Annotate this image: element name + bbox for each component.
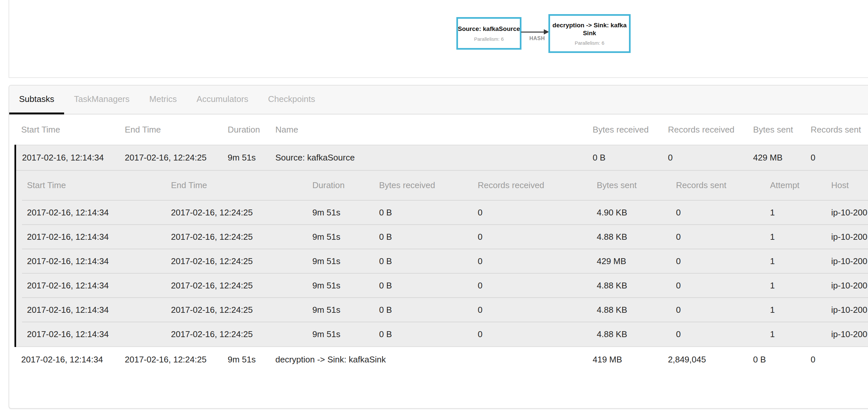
col-header-host: Host xyxy=(826,171,868,200)
cell-end-time: 2017-02-16, 12:24:25 xyxy=(166,322,307,346)
cell-records-received: 0 xyxy=(473,298,592,322)
cell-end-time: 2017-02-16, 12:24:25 xyxy=(119,347,222,372)
job-graph-panel: Source: kafkaSource Parallelism: 6 HASH … xyxy=(8,0,868,78)
cell-records-sent: 0 xyxy=(671,322,765,346)
cell-host: ip-10-200 xyxy=(826,249,868,273)
cell-end-time: 2017-02-16, 12:24:25 xyxy=(166,273,307,298)
cell-bytes-sent: 0 B xyxy=(747,347,805,372)
cell-start-time: 2017-02-16, 12:14:34 xyxy=(22,273,166,298)
cell-bytes-sent: 429 MB xyxy=(747,145,805,170)
cell-start-time: 2017-02-16, 12:14:34 xyxy=(22,298,166,322)
col-header-start-time: Start Time xyxy=(22,171,166,200)
cell-attempt: 1 xyxy=(765,273,826,298)
cell-host: ip-10-200 xyxy=(826,322,868,346)
cell-bytes-sent: 4.90 KB xyxy=(592,200,671,225)
graph-node-source-parallelism: Parallelism: 6 xyxy=(474,36,504,42)
col-header-bytes-sent: Bytes sent xyxy=(747,115,805,145)
graph-node-sink-title: decryption -> Sink: kafkaSink xyxy=(550,21,629,37)
attempt-row: 2017-02-16, 12:14:34 2017-02-16, 12:24:2… xyxy=(22,298,868,322)
col-header-records-received: Records received xyxy=(473,171,592,200)
col-header-duration: Duration xyxy=(307,171,374,200)
col-header-end-time: End Time xyxy=(166,171,307,200)
tab-bar: Subtasks TaskManagers Metrics Accumulato… xyxy=(9,86,868,115)
cell-start-time: 2017-02-16, 12:14:34 xyxy=(16,145,119,170)
cell-start-time: 2017-02-16, 12:14:34 xyxy=(16,347,119,372)
cell-duration: 9m 51s xyxy=(307,200,374,225)
cell-records-received: 0 xyxy=(473,200,592,225)
tab-accumulators[interactable]: Accumulators xyxy=(187,86,258,115)
tab-taskmanagers[interactable]: TaskManagers xyxy=(64,86,140,115)
cell-duration: 9m 51s xyxy=(222,347,270,372)
cell-bytes-sent: 4.88 KB xyxy=(592,298,671,322)
cell-records-sent: 0 xyxy=(671,249,765,273)
col-header-bytes-received: Bytes received xyxy=(587,115,662,145)
cell-start-time: 2017-02-16, 12:14:34 xyxy=(22,200,166,225)
cell-bytes-received: 0 B xyxy=(587,145,662,170)
graph-edge-line xyxy=(521,32,545,33)
cell-attempt: 1 xyxy=(765,298,826,322)
subtask-row-source[interactable]: 2017-02-16, 12:14:34 2017-02-16, 12:24:2… xyxy=(16,145,868,170)
cell-records-received: 0 xyxy=(473,225,592,249)
cell-records-received: 0 xyxy=(473,249,592,273)
col-header-records-sent: Records sent xyxy=(805,115,868,145)
cell-bytes-sent: 4.88 KB xyxy=(592,225,671,249)
cell-bytes-received: 0 B xyxy=(374,225,473,249)
cell-bytes-sent: 4.88 KB xyxy=(592,322,671,346)
subtask-row-sink[interactable]: 2017-02-16, 12:14:34 2017-02-16, 12:24:2… xyxy=(16,347,868,372)
tab-checkpoints[interactable]: Checkpoints xyxy=(258,86,325,115)
cell-duration: 9m 51s xyxy=(307,249,374,273)
attempt-row: 2017-02-16, 12:14:34 2017-02-16, 12:24:2… xyxy=(22,273,868,298)
cell-end-time: 2017-02-16, 12:24:25 xyxy=(166,298,307,322)
col-header-records-sent: Records sent xyxy=(671,171,765,200)
cell-bytes-received: 0 B xyxy=(374,298,473,322)
cell-duration: 9m 51s xyxy=(307,298,374,322)
cell-end-time: 2017-02-16, 12:24:25 xyxy=(166,200,307,225)
graph-node-sink-parallelism: Parallelism: 6 xyxy=(575,40,604,46)
subtask-detail-section: Start Time End Time Duration Bytes recei… xyxy=(16,170,868,347)
cell-attempt: 1 xyxy=(765,249,826,273)
cell-attempt: 1 xyxy=(765,200,826,225)
cell-host: ip-10-200 xyxy=(826,225,868,249)
graph-node-source[interactable]: Source: kafkaSource Parallelism: 6 xyxy=(456,17,522,50)
attempts-header-row: Start Time End Time Duration Bytes recei… xyxy=(22,171,868,200)
cell-bytes-received: 0 B xyxy=(374,249,473,273)
cell-attempt: 1 xyxy=(765,322,826,346)
cell-duration: 9m 51s xyxy=(307,225,374,249)
cell-bytes-sent: 4.88 KB xyxy=(592,273,671,298)
graph-node-sink[interactable]: decryption -> Sink: kafkaSink Parallelis… xyxy=(549,14,631,53)
col-header-bytes-received: Bytes received xyxy=(374,171,473,200)
cell-end-time: 2017-02-16, 12:24:25 xyxy=(166,249,307,273)
cell-records-received: 0 xyxy=(473,273,592,298)
cell-host: ip-10-200 xyxy=(826,298,868,322)
cell-bytes-received: 419 MB xyxy=(587,347,662,372)
cell-duration: 9m 51s xyxy=(222,145,270,170)
attempt-row: 2017-02-16, 12:14:34 2017-02-16, 12:24:2… xyxy=(22,322,868,346)
cell-records-sent: 0 xyxy=(671,200,765,225)
cell-host: ip-10-200 xyxy=(826,200,868,225)
cell-records-sent: 0 xyxy=(671,273,765,298)
cell-records-sent: 0 xyxy=(671,298,765,322)
cell-attempt: 1 xyxy=(765,225,826,249)
cell-duration: 9m 51s xyxy=(307,273,374,298)
col-header-name: Name xyxy=(270,115,587,145)
attempt-row: 2017-02-16, 12:14:34 2017-02-16, 12:24:2… xyxy=(22,200,868,225)
subtasks-header-row: Start Time End Time Duration Name Bytes … xyxy=(16,115,868,145)
tab-metrics[interactable]: Metrics xyxy=(140,86,187,115)
cell-start-time: 2017-02-16, 12:14:34 xyxy=(22,322,166,346)
subtask-attempts-table: Start Time End Time Duration Bytes recei… xyxy=(22,171,868,346)
graph-node-source-title: Source: kafkaSource xyxy=(456,25,521,33)
cell-records-sent: 0 xyxy=(805,145,868,170)
cell-duration: 9m 51s xyxy=(307,322,374,346)
attempt-row: 2017-02-16, 12:14:34 2017-02-16, 12:24:2… xyxy=(22,225,868,249)
cell-start-time: 2017-02-16, 12:14:34 xyxy=(22,249,166,273)
graph-edge-label: HASH xyxy=(528,35,546,41)
cell-name: decryption -> Sink: kafkaSink xyxy=(270,347,587,372)
cell-records-received: 0 xyxy=(662,145,747,170)
job-detail-panel: Subtasks TaskManagers Metrics Accumulato… xyxy=(8,85,868,409)
subtasks-table: Start Time End Time Duration Name Bytes … xyxy=(14,115,868,372)
cell-bytes-received: 0 B xyxy=(374,322,473,346)
tab-subtasks[interactable]: Subtasks xyxy=(9,86,64,115)
attempt-row: 2017-02-16, 12:14:34 2017-02-16, 12:24:2… xyxy=(22,249,868,273)
cell-start-time: 2017-02-16, 12:14:34 xyxy=(22,225,166,249)
cell-host: ip-10-200 xyxy=(826,273,868,298)
